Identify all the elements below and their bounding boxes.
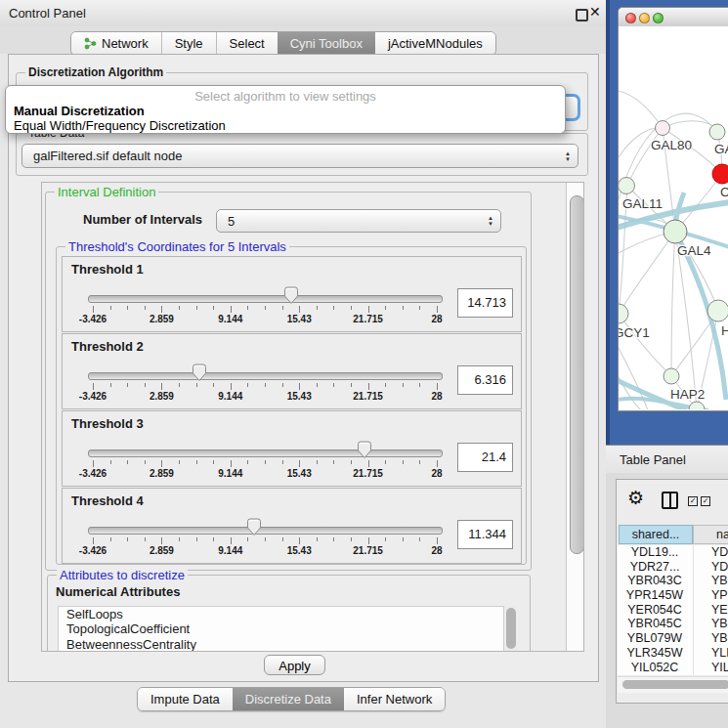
tab-label: Impute Data [150, 688, 220, 710]
network-node-gal80[interactable] [656, 121, 670, 136]
threshold-row: Threshold 4-3.4262.8599.14415.4321.71528… [62, 488, 522, 564]
slider-tick [282, 306, 283, 310]
network-view-window: GAL80GACGAL11GAL4GCY1HHAP2 [618, 7, 728, 411]
threshold-value-field[interactable]: 21.4 [457, 443, 513, 472]
table-data-combobox[interactable]: galFiltered.sif default node ▲▼ [21, 144, 578, 168]
numerical-attributes-list[interactable]: SelfLoopsTopologicalCoefficientBetweenne… [58, 606, 504, 652]
name-cell: YIL0 [711, 661, 728, 675]
threshold-slider-thumb[interactable] [246, 518, 262, 536]
zoom-traffic-light[interactable] [653, 13, 664, 23]
table-row[interactable]: YBR043CYBR0 [618, 574, 728, 588]
window-title: Control Panel [9, 6, 86, 21]
gear-icon[interactable]: ⚙ [627, 489, 644, 507]
slider-tick [317, 306, 318, 310]
table-data-value: galFiltered.sif default node [33, 145, 182, 168]
shared-name-cell: YBL079W [618, 631, 692, 646]
tab-label: jActiveMNodules [388, 32, 483, 55]
threshold-slider-track[interactable] [88, 450, 443, 457]
threshold-value-field[interactable]: 6.316 [457, 365, 513, 395]
table-row[interactable]: YBL079WYBL0 [618, 631, 728, 646]
table-row[interactable]: YLR345WYLR3 [618, 646, 728, 661]
tab-infer-network[interactable]: Infer Network [344, 688, 445, 710]
scrollbar-thumb[interactable] [622, 680, 728, 689]
tab-discretize-data[interactable]: Discretize Data [233, 688, 344, 710]
threshold-slider-track[interactable] [88, 295, 443, 303]
slider-tick [231, 460, 232, 467]
checkbox-icon[interactable]: ✓ [688, 496, 698, 506]
threshold-slider-track[interactable] [88, 527, 443, 535]
attributes-list-scrollbar[interactable] [504, 606, 517, 652]
threshold-slider-thumb[interactable] [283, 286, 299, 305]
node-label: C [720, 185, 728, 199]
dropdown-prompt: Select algorithm to view settings [6, 89, 565, 104]
tab-cyni-toolbox[interactable]: Cyni Toolbox [278, 32, 375, 55]
attribute-list-item[interactable]: BetweennessCentrality [59, 637, 503, 652]
close-traffic-light[interactable] [625, 13, 636, 23]
tab-label: Select [230, 32, 265, 55]
table-row[interactable]: YIL052CYIL0 [618, 661, 728, 675]
node-table-rows[interactable]: YDL19...YDL1YDR27...YDR2YBR043CYBR0YPR14… [618, 545, 728, 675]
threshold-slider-track[interactable] [88, 372, 443, 380]
network-node-hap2[interactable] [664, 368, 679, 384]
table-row[interactable]: YDR27...YDR2 [618, 560, 728, 575]
scrollbar-thumb[interactable] [570, 195, 584, 554]
slider-tick [161, 383, 162, 390]
threshold-value-field[interactable]: 11.344 [457, 520, 513, 549]
slider-tick [333, 537, 334, 541]
settings-vertical-scrollbar[interactable] [566, 183, 584, 651]
tab-impute-data[interactable]: Impute Data [138, 688, 233, 710]
close-icon[interactable]: ✕ [589, 4, 601, 20]
slider-tick [161, 537, 162, 544]
column-header-shared-name[interactable]: shared... [619, 525, 693, 544]
column-header-name[interactable]: na [693, 525, 728, 544]
table-row[interactable]: YBR045CYBR0 [618, 617, 728, 631]
slider-tick [231, 537, 232, 544]
threshold-slider-thumb[interactable] [357, 441, 372, 459]
tab-jactivemnodules[interactable]: jActiveMNodules [375, 32, 495, 55]
table-panel-titlebar: Table Panel [606, 445, 728, 475]
tab-select[interactable]: Select [216, 32, 278, 55]
threshold-value-field[interactable]: 14.713 [457, 288, 513, 318]
columns-icon[interactable] [662, 492, 678, 509]
table-row[interactable]: YER054CYER0 [618, 603, 728, 618]
network-node-gal11[interactable] [619, 178, 635, 194]
float-window-icon[interactable] [576, 9, 588, 21]
network-node-ga[interactable] [709, 124, 725, 140]
slider-tick-label: 28 [431, 314, 442, 324]
threshold-slider-thumb[interactable] [192, 364, 207, 382]
dropdown-option-equal-width[interactable]: Equal Width/Frequency Discretization [14, 118, 226, 133]
attribute-list-item[interactable]: SelfLoops [59, 607, 503, 621]
network-node-c[interactable] [712, 164, 728, 184]
dropdown-option-manual[interactable]: Manual Discretization [14, 104, 145, 118]
slider-tick-label: 9.144 [218, 468, 242, 479]
attribute-list-item[interactable]: TopologicalCoefficient [59, 621, 503, 636]
network-canvas[interactable]: GAL80GACGAL11GAL4GCY1HHAP2 [619, 26, 728, 409]
minimize-traffic-light[interactable] [639, 13, 650, 23]
apply-button[interactable]: Apply [264, 655, 325, 675]
thresholds-group-label: Threshold's Coordinates for 5 Intervals [65, 239, 289, 254]
table-row[interactable]: YPR145WYPR1 [618, 588, 728, 603]
checkbox-icon[interactable]: ✓ [701, 496, 710, 506]
slider-tick [368, 460, 369, 467]
desktop-edge [606, 0, 610, 445]
slider-tick [437, 383, 438, 390]
slider-tick [231, 306, 232, 313]
num-intervals-combobox[interactable]: 5 ▲▼ [216, 209, 501, 233]
tab-network[interactable]: Network [71, 32, 161, 55]
slider-tick [196, 383, 197, 387]
table-horizontal-scrollbar[interactable] [618, 676, 728, 693]
tab-label: Infer Network [357, 688, 432, 710]
network-node-gal4[interactable] [664, 220, 687, 243]
network-node-h[interactable] [707, 300, 728, 321]
combo-stepper-icon: ▲▼ [565, 145, 571, 167]
slider-tick [385, 383, 386, 387]
bottom-tab-bar: Impute DataDiscretize DataInfer Network [137, 687, 446, 711]
table-row[interactable]: YDL19...YDL1 [618, 545, 728, 560]
slider-tick [317, 383, 318, 387]
network-node-gcy1[interactable] [619, 304, 628, 323]
slider-tick [93, 383, 94, 390]
table-panel-title: Table Panel [620, 452, 686, 467]
tab-style[interactable]: Style [161, 32, 216, 55]
name-cell: YBL0 [711, 631, 728, 646]
algorithm-dropdown-popup: Select algorithm to view settings Manual… [5, 85, 566, 134]
